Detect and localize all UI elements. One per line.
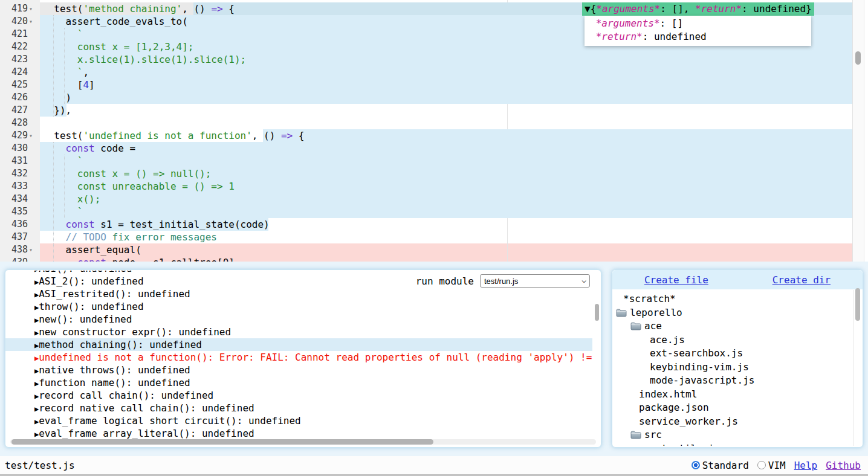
expand-triangle-icon[interactable]: ▶: [34, 329, 39, 337]
code-line[interactable]: const s1 = test_initial_state(code): [40, 218, 270, 231]
code-line[interactable]: ): [40, 91, 71, 104]
expand-triangle-icon[interactable]: ▶: [34, 430, 39, 439]
code-line[interactable]: const code =: [40, 142, 135, 155]
code-line[interactable]: [4]: [40, 79, 95, 91]
keybinding-vim-radio[interactable]: VIM: [757, 460, 786, 471]
file-tree-item-keybinding-vim.js[interactable]: keybinding-vim.js: [614, 361, 853, 375]
code-line[interactable]: const unreachable = () => 1: [40, 180, 235, 193]
console-test-result[interactable]: ▶undefined is not a function(): Error: F…: [5, 351, 592, 364]
file-tree-item--scratch-[interactable]: *scratch*: [614, 292, 853, 306]
gutter-line[interactable]: 438▾: [0, 243, 28, 256]
console-test-result[interactable]: ▶eval_frame array_literal(): undefined: [5, 427, 592, 440]
console-test-result[interactable]: ▶throw(): undefined: [5, 300, 592, 313]
console-test-result[interactable]: ▶ASI_restrited(): undefined: [5, 288, 592, 300]
expand-triangle-icon[interactable]: ▶: [34, 271, 39, 274]
gutter-line[interactable]: 425: [0, 79, 28, 91]
code-line[interactable]: `,: [40, 66, 89, 79]
gutter-line[interactable]: 426: [0, 91, 28, 104]
fold-arrow-icon[interactable]: ▾: [29, 243, 37, 256]
gutter-line[interactable]: 435: [0, 205, 28, 218]
gutter-line[interactable]: 428: [0, 117, 28, 129]
gutter-line[interactable]: 427: [0, 104, 28, 117]
radio-selected-icon[interactable]: [691, 461, 700, 469]
gutter-line[interactable]: 420▾: [0, 15, 28, 28]
expand-triangle-icon[interactable]: ▶: [34, 405, 39, 413]
editor-scrollbar[interactable]: [852, 0, 864, 262]
console-vscrollbar-thumb[interactable]: [595, 304, 599, 321]
expand-triangle-icon[interactable]: ▶: [34, 392, 39, 400]
console-hscrollbar-thumb[interactable]: [11, 439, 433, 445]
console-test-result[interactable]: ▶native throws(): undefined: [5, 364, 592, 376]
file-tree-item-package.json[interactable]: package.json: [614, 401, 853, 415]
expand-triangle-icon[interactable]: ▶: [34, 341, 39, 350]
console-test-result[interactable]: ▶function name(): undefined: [5, 376, 592, 389]
console-hscrollbar[interactable]: [10, 439, 596, 445]
console-test-result[interactable]: ▶new(): undefined: [5, 313, 592, 326]
create-file-button[interactable]: Create file: [644, 274, 708, 286]
file-tree-item-src[interactable]: src: [614, 428, 853, 442]
expand-triangle-icon[interactable]: ▶: [34, 316, 39, 324]
file-tree-item-mode-javascript.js[interactable]: mode-javascript.js: [614, 374, 853, 388]
file-tree-item-service-worker.js[interactable]: service_worker.js: [614, 415, 853, 429]
gutter-line[interactable]: 424: [0, 66, 28, 79]
keybinding-standard-radio[interactable]: Standard: [691, 460, 749, 471]
value-inspector-row[interactable]: *arguments*: []: [585, 17, 811, 30]
code-line[interactable]: `: [40, 205, 83, 218]
code-line[interactable]: x.slice(1).slice(1).slice(1);: [40, 53, 246, 66]
code-line[interactable]: x();: [40, 193, 100, 205]
expand-triangle-icon[interactable]: ▶: [34, 354, 39, 362]
code-line[interactable]: assert_equal(: [40, 243, 141, 256]
gutter-line[interactable]: 439: [0, 256, 28, 262]
expand-triangle-icon[interactable]: ▶: [34, 379, 39, 388]
gutter-line[interactable]: 429▾: [0, 129, 28, 142]
code-line[interactable]: test('method chaining', () => {: [40, 2, 235, 15]
code-line[interactable]: const x = [1,2,3,4];: [40, 40, 193, 53]
fold-arrow-icon[interactable]: ▾: [29, 2, 37, 15]
fold-arrow-icon[interactable]: ▾: [29, 15, 37, 28]
code-line[interactable]: `: [40, 28, 83, 40]
code-editor[interactable]: test('method chaining', () => { assert_c…: [0, 0, 868, 262]
code-line[interactable]: assert_code_evals_to(: [40, 15, 188, 28]
fold-arrow-icon[interactable]: ▾: [29, 129, 37, 142]
gutter-line[interactable]: 419▾: [0, 2, 28, 15]
gutter-line[interactable]: 433: [0, 180, 28, 193]
code-line[interactable]: const x = () => null();: [40, 167, 211, 180]
console-test-result[interactable]: ▶new constructor expr(): undefined: [5, 326, 592, 338]
expand-triangle-icon[interactable]: ▶: [34, 303, 39, 312]
gutter-line[interactable]: 421: [0, 28, 28, 40]
expand-triangle-icon[interactable]: ▶: [34, 291, 39, 299]
value-inspector-row[interactable]: *return*: undefined: [585, 30, 811, 43]
editor-scrollbar-thumb[interactable]: [855, 51, 861, 65]
value-inspector-header[interactable]: ▼{*arguments*: [], *return*: undefined}: [582, 2, 814, 16]
gutter-line[interactable]: 422: [0, 40, 28, 53]
file-tree-item-ace[interactable]: ace: [614, 320, 853, 333]
create-dir-button[interactable]: Create dir: [772, 274, 831, 286]
file-tree-item-leporello[interactable]: leporello: [614, 306, 853, 320]
gutter-line[interactable]: 431: [0, 155, 28, 167]
help-link[interactable]: Help: [794, 460, 818, 471]
radio-unselected-icon[interactable]: [757, 461, 766, 469]
expand-triangle-icon[interactable]: ▶: [34, 278, 39, 286]
expand-triangle-icon[interactable]: ▶: [34, 367, 39, 375]
gutter-line[interactable]: 432: [0, 167, 28, 180]
console-test-result[interactable]: ▶record native call chain(): undefined: [5, 402, 592, 414]
gutter-line[interactable]: 437: [0, 231, 28, 243]
code-line[interactable]: }),: [40, 104, 71, 117]
code-line[interactable]: const node = s1.calltree[0]: [40, 256, 235, 262]
file-tree-scrollbar-thumb[interactable]: [855, 288, 860, 321]
console-test-result[interactable]: ▶record call chain(): undefined: [5, 389, 592, 402]
gutter-line[interactable]: 436: [0, 218, 28, 231]
console-test-result[interactable]: ▶method chaining(): undefined: [5, 338, 592, 351]
gutter-line[interactable]: 434: [0, 193, 28, 205]
github-link[interactable]: Github: [826, 460, 861, 471]
gutter-line[interactable]: 423: [0, 53, 28, 66]
editor-gutter[interactable]: 419▾420▾421422423424425426427428429▾4304…: [0, 0, 40, 262]
file-tree-item-ext-searchbox.js[interactable]: ext-searchbox.js: [614, 347, 853, 361]
code-line[interactable]: // TODO fix error messages: [40, 231, 217, 243]
file-tree-item-index.html[interactable]: index.html: [614, 388, 853, 402]
file-tree-scrollbar[interactable]: [853, 290, 853, 446]
expand-triangle-icon[interactable]: ▶: [34, 417, 39, 426]
file-tree-item-ast-utils.js[interactable]: ast_utils.js: [614, 442, 853, 446]
code-line[interactable]: [40, 117, 42, 129]
gutter-line[interactable]: 430: [0, 142, 28, 155]
